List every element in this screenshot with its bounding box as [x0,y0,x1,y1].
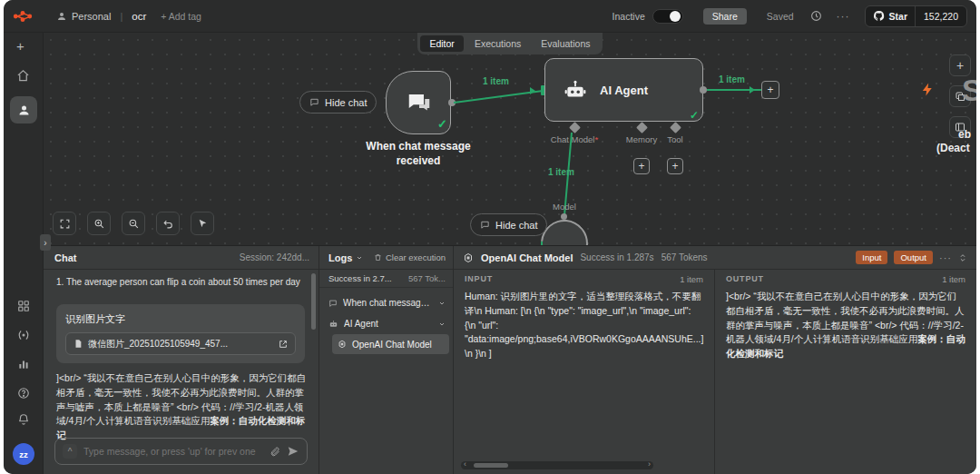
chevron-down-icon[interactable] [438,300,446,307]
attach-paperclip-icon[interactable] [270,446,280,457]
output-item-count: 1 item [942,274,965,284]
input-column-header: INPUT [465,274,493,283]
expand-panel-icon[interactable] [958,253,967,262]
user-avatar[interactable]: zz [13,443,34,465]
input-content[interactable]: Human: 识别图片里的文字，适当整理段落格式，不要翻译\n Human: [… [454,288,715,363]
external-link-icon[interactable] [279,340,288,349]
output-column: OUTPUT 1 item ]<br/> “我以不在意自己在别人心目中的形象，因… [715,270,976,474]
github-star-widget[interactable]: Star 152,220 [865,5,967,27]
file-icon [74,339,83,349]
active-toggle[interactable] [652,9,683,24]
memory-connector[interactable] [636,122,648,133]
log-row-openai-selected[interactable]: OpenAI Chat Model [332,334,449,354]
chat-panel: Chat Session: 242dd... 1. The average pe… [44,246,319,474]
chevron-down-icon[interactable] [356,254,363,262]
templates-icon[interactable] [17,300,30,312]
chat-scrollbar-thumb[interactable] [311,273,316,330]
logs-summary-status: Success in 2.7... [328,273,392,283]
chat-message-bot: ]<br/> “我以不在意自己在别人心目中的形象，因为它们都自相矛盾，毫无一致性… [56,371,309,443]
model-port-label: Model [543,202,586,212]
notifications-bell-icon[interactable] [17,413,30,426]
left-rail: + zz [4,33,44,474]
chat-message-user-bubble: 识别图片文字 微信图片_20251025105949_457... [56,304,305,363]
clipped-node-label-line1: eb [958,128,971,141]
ai-agent-node[interactable]: AI Agent [544,58,703,122]
output-content[interactable]: ]<br/> “我以不在意自己在别人心目中的形象，因为它们都自相矛盾，毫无一致性… [715,288,976,363]
clear-execution-button[interactable]: Clear execution [374,252,453,262]
tidy-up-button[interactable] [191,212,214,235]
chat-bubble-icon [309,97,319,107]
clipped-node-icon: S [962,73,976,108]
chat-input-row: ^ [54,438,308,465]
hide-chat-button-bottom[interactable]: Hide chat [470,213,547,236]
variables-icon[interactable] [17,329,30,341]
chat-message-assistant: 1. The average person can flip a coin ab… [56,277,310,287]
logs-panel: Logs Clear execution Success in 2.7... 5… [319,246,454,474]
insights-icon[interactable] [17,358,30,370]
send-message-icon[interactable] [287,445,299,458]
top-bar: Personal | ocr + Add tag Inactive Share … [4,0,976,33]
projects-item-active[interactable] [10,96,37,123]
scrollbar-thumb[interactable] [474,463,508,468]
attachment-name: 微信图片_20251025105949_457... [88,338,273,351]
tab-editor[interactable]: Editor [420,35,463,52]
zoom-in-button[interactable] [87,212,111,235]
workflow-canvas[interactable]: Hide chat ✓ When chat message received 1… [44,33,976,245]
horizontal-scrollbar[interactable]: ‹ › [461,461,653,469]
collapse-chat-panel-handle[interactable]: › [40,234,51,251]
chat-panel-title: Chat [44,252,76,263]
star-count: 152,220 [916,11,966,22]
scroll-left-arrow[interactable]: ‹ [464,459,466,469]
add-next-node-button[interactable]: + [761,81,779,99]
breadcrumb-project[interactable]: Personal [72,11,111,22]
required-asterisk: * [594,134,598,144]
attachment-chip[interactable]: 微信图片_20251025105949_457... [65,332,296,355]
log-row-agent[interactable]: AI Agent [319,313,453,334]
bottom-panels: Chat Session: 242dd... 1. The average pe… [44,245,976,474]
chevron-down-icon[interactable] [438,321,446,328]
chat-message-input[interactable] [83,446,263,457]
workflow-name[interactable]: ocr [132,11,146,22]
log-row-trigger[interactable]: When chat message re... [319,292,453,313]
tab-evaluations[interactable]: Evaluations [532,35,599,52]
user-message-text: 识别图片文字 [65,312,296,326]
clipped-node-label-line2: (Deact [936,142,970,154]
n8n-logo-icon[interactable] [13,9,33,24]
chat-model-label: Chat Model* [538,134,611,144]
add-tool-button[interactable]: + [667,158,683,174]
success-check-icon: ✓ [437,117,447,131]
chat-bubble-icon [328,299,338,308]
chat-trigger-icon [405,90,434,117]
ai-assistant-spark-icon[interactable] [920,82,936,97]
help-icon[interactable] [17,387,30,400]
connection-arrow [750,86,755,94]
hide-chat-button[interactable]: Hide chat [299,91,377,114]
input-view-button[interactable]: Input [856,251,887,264]
output-view-button[interactable]: Output [894,251,933,264]
add-memory-button[interactable]: + [633,158,650,174]
toggle-knob [670,11,681,22]
share-button[interactable]: Share [703,8,747,25]
zoom-to-fit-button[interactable] [53,212,76,235]
zoom-out-button[interactable] [122,212,145,235]
undo-button[interactable] [156,212,180,235]
history-icon[interactable] [810,10,822,22]
prev-message-button[interactable]: ^ [63,444,77,459]
chat-session-id[interactable]: Session: 242dd... [240,252,318,262]
create-plus-button[interactable]: + [16,38,24,54]
person-icon [17,104,31,117]
scroll-right-arrow[interactable]: › [648,459,651,469]
more-menu-button[interactable]: ··· [837,10,850,23]
home-icon[interactable] [16,69,30,83]
detail-panel: OpenAI Chat Model Success in 1.287s 567 … [454,246,976,474]
tool-connector[interactable] [670,122,681,133]
input-item-count: 1 item [680,274,703,284]
chat-scrollbar[interactable] [311,273,316,428]
tab-executions[interactable]: Executions [466,35,530,52]
detail-status: Success in 1.287s [580,252,653,262]
add-tag-button[interactable]: + Add tag [161,11,201,22]
detail-more-button[interactable]: ··· [939,252,952,263]
connection-arrow [530,87,535,94]
agent-output-port[interactable] [700,86,707,94]
chat-trigger-node[interactable]: ✓ [386,71,451,134]
